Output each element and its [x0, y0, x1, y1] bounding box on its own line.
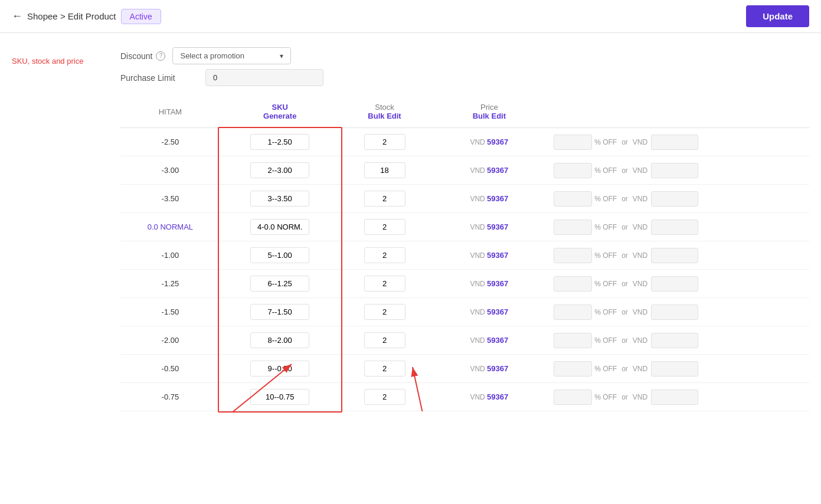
sku-input[interactable]	[250, 304, 309, 320]
vnd-prefix: VND	[633, 365, 647, 373]
table-row: -0.50VND 59367 % OFF or VND	[120, 355, 809, 383]
sku-input[interactable]	[250, 389, 309, 405]
off-label: % OFF	[594, 251, 617, 260]
table-container: Discount ? Select a promotion ▾ Purchase…	[120, 47, 809, 411]
hitam-cell: -3.00	[120, 156, 220, 185]
hitam-cell: 0.0 NORMAL	[120, 213, 220, 241]
off-input[interactable]	[554, 305, 592, 320]
price-bulk-label: Bulk Edit	[473, 112, 506, 120]
hitam-cell: -3.50	[120, 185, 220, 213]
purchase-limit-input[interactable]	[205, 69, 323, 86]
off-input[interactable]	[554, 135, 592, 150]
off-input[interactable]	[554, 276, 592, 292]
sku-cell	[220, 241, 340, 270]
sku-generate-label: SKU Generate	[263, 103, 296, 120]
sku-input[interactable]	[250, 361, 309, 377]
update-button[interactable]: Update	[746, 5, 809, 27]
sku-input[interactable]	[250, 332, 309, 348]
promotion-placeholder: Select a promotion	[180, 51, 244, 60]
controls-section: Discount ? Select a promotion ▾ Purchase…	[120, 47, 809, 86]
stock-input[interactable]	[364, 247, 405, 263]
or-label: or	[622, 138, 628, 146]
off-label: % OFF	[594, 280, 617, 288]
sku-input[interactable]	[250, 219, 309, 235]
vnd-input[interactable]	[651, 276, 698, 292]
price-cell: VND 59367	[430, 355, 549, 383]
off-input[interactable]	[554, 191, 592, 207]
back-button[interactable]: ←	[12, 10, 22, 22]
vnd-prefix: VND	[633, 393, 647, 401]
vnd-input[interactable]	[651, 248, 698, 263]
sku-cell	[220, 185, 340, 213]
table-row: -3.00VND 59367 % OFF or VND	[120, 156, 809, 185]
vnd-input[interactable]	[651, 361, 698, 377]
discount-cell: % OFF or VND	[549, 355, 809, 383]
separator: >	[60, 11, 68, 21]
sku-cell	[220, 355, 340, 383]
or-label: or	[622, 166, 628, 175]
hitam-cell: -1.00	[120, 241, 220, 270]
col-discount	[549, 96, 809, 128]
stock-input[interactable]	[364, 389, 405, 405]
off-input[interactable]	[554, 163, 592, 178]
stock-input[interactable]	[364, 361, 405, 377]
stock-cell	[340, 185, 430, 213]
or-label: or	[622, 280, 628, 288]
vnd-prefix: VND	[633, 223, 647, 231]
stock-cell	[340, 128, 430, 156]
stock-input[interactable]	[364, 134, 405, 150]
sku-input[interactable]	[250, 276, 309, 292]
info-icon[interactable]: ?	[156, 51, 165, 61]
stock-input[interactable]	[364, 332, 405, 348]
vnd-input[interactable]	[651, 191, 698, 207]
price-cell: VND 59367	[430, 270, 549, 298]
vnd-input[interactable]	[651, 305, 698, 320]
sku-input[interactable]	[250, 134, 309, 150]
off-input[interactable]	[554, 390, 592, 405]
stock-input[interactable]	[364, 191, 405, 207]
or-label: or	[622, 251, 628, 260]
chevron-down-icon: ▾	[280, 52, 283, 60]
discount-label: Discount ?	[120, 51, 165, 61]
col-price: Price Bulk Edit	[430, 96, 549, 128]
sku-cell	[220, 383, 340, 411]
discount-cell: % OFF or VND	[549, 326, 809, 355]
stock-cell	[340, 298, 430, 326]
vnd-input[interactable]	[651, 390, 698, 405]
vnd-input[interactable]	[651, 333, 698, 348]
sku-cell	[220, 213, 340, 241]
off-label: % OFF	[594, 336, 617, 345]
col-stock: Stock Bulk Edit	[340, 96, 430, 128]
sku-input[interactable]	[250, 162, 309, 178]
discount-cell: % OFF or VND	[549, 383, 809, 411]
stock-input[interactable]	[364, 304, 405, 320]
sku-cell	[220, 270, 340, 298]
hitam-cell: -2.00	[120, 326, 220, 355]
price-cell: VND 59367	[430, 383, 549, 411]
sku-cell	[220, 156, 340, 185]
stock-input[interactable]	[364, 219, 405, 235]
table-row: -2.00VND 59367 % OFF or VND	[120, 326, 809, 355]
off-input[interactable]	[554, 361, 592, 377]
vnd-prefix: VND	[633, 336, 647, 345]
table-row: -1.50VND 59367 % OFF or VND	[120, 298, 809, 326]
stock-input[interactable]	[364, 162, 405, 178]
top-bar: ← Shopee > Edit Product Active Update	[0, 0, 821, 33]
sku-input[interactable]	[250, 191, 309, 207]
price-cell: VND 59367	[430, 326, 549, 355]
off-label: % OFF	[594, 166, 617, 175]
table-row: -2.50VND 59367 % OFF or VND	[120, 128, 809, 156]
vnd-input[interactable]	[651, 220, 698, 235]
main-content: SKU, stock and price Discount ? Select a…	[0, 33, 821, 426]
off-input[interactable]	[554, 333, 592, 348]
stock-cell	[340, 241, 430, 270]
stock-input[interactable]	[364, 276, 405, 292]
table-row: -1.00VND 59367 % OFF or VND	[120, 241, 809, 270]
vnd-input[interactable]	[651, 135, 698, 150]
promotion-select[interactable]: Select a promotion ▾	[172, 47, 290, 64]
off-label: % OFF	[594, 393, 617, 401]
sku-input[interactable]	[250, 247, 309, 263]
off-input[interactable]	[554, 220, 592, 235]
off-input[interactable]	[554, 248, 592, 263]
vnd-input[interactable]	[651, 163, 698, 178]
